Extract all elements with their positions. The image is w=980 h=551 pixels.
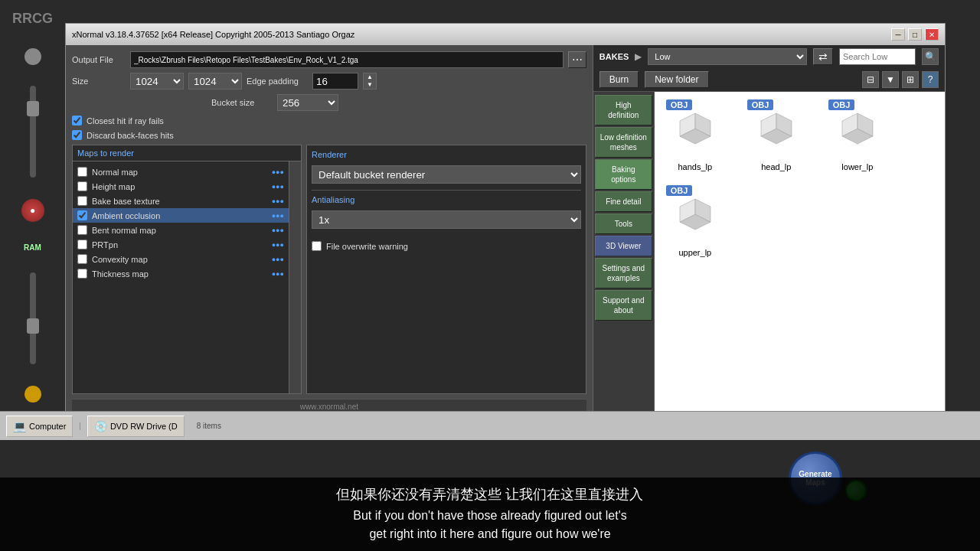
prtpn-dots[interactable]: ●●●: [272, 241, 284, 249]
title-bar-text: xNormal v3.18.4.37652 [x64 Release] Copy…: [72, 30, 354, 39]
renderer-panel: Renderer Default bucket renderer Antiali…: [306, 145, 586, 394]
bent-normal-map-checkbox[interactable]: [77, 225, 87, 235]
close-button[interactable]: ✕: [925, 28, 939, 41]
computer-label: Computer: [29, 422, 66, 431]
map-item-convexity: Convexity map ●●●: [73, 252, 289, 266]
lower-lp-badge: OBJ: [828, 99, 855, 110]
antialiasing-select[interactable]: 1x: [312, 210, 581, 229]
items-count: 8 items: [197, 422, 221, 430]
bake-base-dots[interactable]: ●●●: [272, 197, 284, 205]
lower-lp-label: lower_lp: [841, 162, 873, 171]
file-item-lower-lp[interactable]: OBJ lower_lp: [823, 98, 892, 171]
obj-grid: OBJ hands_lp: [661, 98, 939, 257]
taskbar-computer[interactable]: 💻 Computer: [6, 416, 73, 437]
convexity-map-checkbox[interactable]: [77, 254, 87, 264]
file-item-head-lp[interactable]: OBJ head_lp: [742, 98, 811, 171]
support-about-button[interactable]: Support andabout: [595, 290, 652, 321]
computer-icon: 💻: [13, 420, 26, 432]
website-text: www.xnormal.net: [300, 403, 358, 411]
dvd-label: DVD RW Drive (D: [110, 422, 178, 431]
file-item-hands-lp[interactable]: OBJ hands_lp: [661, 98, 730, 171]
view-icon-2[interactable]: ▼: [882, 71, 899, 88]
height-map-dots[interactable]: ●●●: [272, 183, 284, 191]
discard-back-faces-checkbox[interactable]: [72, 130, 82, 140]
head-lp-cube-svg: [753, 106, 799, 152]
normal-map-label: Normal map: [92, 168, 138, 177]
upper-lp-icon-wrapper: OBJ: [665, 184, 726, 245]
bent-normal-map-dots[interactable]: ●●●: [272, 227, 284, 234]
maps-panel: Maps to render Normal map ●●● Height map: [72, 145, 302, 394]
file-overwrite-checkbox[interactable]: [312, 241, 322, 251]
bakes-select[interactable]: Low: [648, 48, 807, 65]
3d-viewer-button[interactable]: 3D Viewer: [595, 236, 652, 256]
hands-lp-icon-wrapper: OBJ: [665, 98, 726, 159]
left-sidebar: RRCG ● RAM: [0, 0, 65, 413]
output-file-input[interactable]: [130, 51, 564, 68]
new-folder-button[interactable]: New folder: [645, 71, 708, 88]
search-input[interactable]: [839, 48, 916, 65]
maps-scrollbar[interactable]: [289, 161, 301, 393]
high-definition-button[interactable]: Highdefinition: [595, 95, 652, 126]
nav-down-button[interactable]: [24, 386, 41, 403]
maps-list: Normal map ●●● Height map ●●● Bake base …: [73, 161, 289, 393]
ambient-occlusion-label: Ambient occlusion: [92, 211, 160, 220]
maps-header: Maps to render: [73, 145, 301, 161]
low-definition-button[interactable]: Low definitionmeshes: [595, 127, 652, 158]
file-item-upper-lp[interactable]: OBJ upper_lp: [661, 184, 730, 257]
renderer-select[interactable]: Default bucket renderer: [312, 165, 581, 184]
browse-button[interactable]: ⋯: [568, 51, 586, 68]
view-icon-1[interactable]: ⊟: [862, 71, 879, 88]
slider-thumb[interactable]: [27, 101, 39, 116]
tools-button[interactable]: Tools: [595, 214, 652, 234]
side-nav-content: Highdefinition Low definitionmeshes Baki…: [593, 92, 945, 420]
convexity-map-dots[interactable]: ●●●: [272, 256, 284, 263]
burn-button[interactable]: Burn: [599, 71, 639, 88]
subtitle-chinese: 但如果你还没有弄清楚这些 让我们在这里直接进入: [15, 485, 965, 504]
closest-hit-checkbox[interactable]: [72, 116, 82, 126]
thickness-map-dots[interactable]: ●●●: [272, 270, 284, 278]
baking-options-button[interactable]: Bakingoptions: [595, 159, 652, 190]
size-label: Size: [72, 77, 126, 86]
spin-down[interactable]: ▼: [364, 81, 376, 89]
map-item-bake-base: Bake base texture ●●●: [73, 194, 289, 208]
subtitle-bar: 但如果你还没有弄清楚这些 让我们在这里直接进入 But if you don't…: [0, 478, 980, 551]
taskbar-dvd[interactable]: 💿 DVD RW Drive (D: [87, 416, 185, 437]
view-icon-3[interactable]: ⊞: [902, 71, 919, 88]
size-select-2[interactable]: 1024: [188, 73, 242, 90]
spin-up[interactable]: ▲: [364, 73, 376, 81]
prtpn-label: PRTpn: [92, 240, 118, 249]
bake-base-texture-checkbox[interactable]: [77, 196, 87, 206]
bakes-arrow: ▶: [635, 51, 642, 62]
edge-padding-spinner: ▲ ▼: [363, 73, 377, 90]
fine-detail-button[interactable]: Fine detail: [595, 191, 652, 212]
size-select-1[interactable]: 1024: [130, 73, 184, 90]
edge-padding-input[interactable]: [312, 73, 358, 90]
status-circle: ●: [21, 199, 44, 222]
thickness-map-checkbox[interactable]: [77, 269, 87, 279]
height-map-checkbox[interactable]: [77, 181, 87, 191]
file-overwrite-label: File overwrite warning: [326, 242, 408, 251]
bucket-size-select[interactable]: 256: [277, 94, 338, 111]
status-icon: ●: [30, 205, 35, 216]
settings-examples-button[interactable]: Settings andexamples: [595, 258, 652, 289]
vertical-slider[interactable]: [30, 86, 36, 178]
minimize-button[interactable]: ─: [891, 28, 905, 41]
maximize-button[interactable]: □: [908, 28, 922, 41]
title-bar: xNormal v3.18.4.37652 [x64 Release] Copy…: [66, 24, 945, 45]
prtpn-checkbox[interactable]: [77, 240, 87, 249]
ambient-occlusion-dots[interactable]: ●●●: [272, 212, 284, 220]
slider-thumb-2[interactable]: [27, 318, 39, 334]
size-row: Size 1024 1024 Edge padding ▲ ▼: [72, 73, 586, 90]
normal-map-dots[interactable]: ●●●: [272, 168, 284, 176]
closest-hit-row: Closest hit if ray fails: [72, 116, 586, 126]
refresh-button[interactable]: ⇄: [813, 48, 833, 65]
ambient-occlusion-checkbox[interactable]: [77, 210, 87, 220]
height-map-label: Height map: [92, 182, 135, 191]
nav-up-button[interactable]: [24, 48, 41, 65]
lower-lp-icon-wrapper: OBJ: [827, 98, 888, 159]
help-icon[interactable]: ?: [922, 71, 939, 88]
search-button[interactable]: 🔍: [922, 48, 939, 65]
normal-map-checkbox[interactable]: [77, 167, 87, 177]
vertical-slider-2[interactable]: [30, 272, 36, 364]
map-item-height: Height map ●●●: [73, 179, 289, 194]
